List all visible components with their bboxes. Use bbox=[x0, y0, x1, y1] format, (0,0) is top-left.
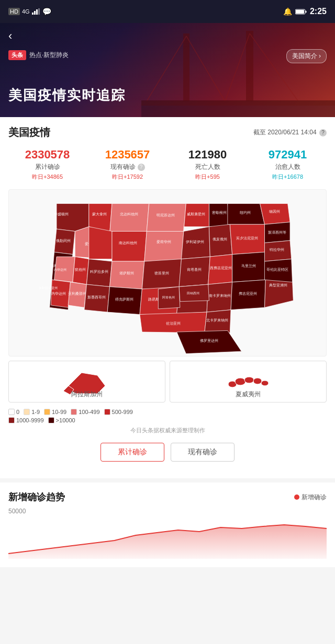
legend-dot-3 bbox=[71, 409, 77, 415]
svg-text:弗吉尼亚州: 弗吉尼亚州 bbox=[239, 292, 257, 296]
svg-marker-29 bbox=[260, 204, 290, 225]
svg-text:佐治亚州: 佐治亚州 bbox=[166, 321, 181, 325]
alaska-box: 阿拉斯加州 bbox=[8, 361, 165, 402]
death-delta: 昨日+595 bbox=[169, 173, 247, 181]
toutiao-tag: 头条 bbox=[8, 50, 26, 60]
svg-rect-5 bbox=[305, 10, 306, 13]
legend-item-3: 100-499 bbox=[71, 409, 99, 415]
svg-text:威斯康星州: 威斯康星州 bbox=[187, 212, 205, 216]
svg-text:科罗拉多州: 科罗拉多州 bbox=[90, 270, 108, 273]
numbers-grid: 2330578 累计确诊 昨日+34865 1235657 现有确诊 ? 昨日+… bbox=[8, 148, 327, 181]
legend-item-2: 10-99 bbox=[44, 409, 66, 415]
svg-text:宾夕法尼亚州: 宾夕法尼亚州 bbox=[236, 236, 258, 240]
stats-header: 美国疫情 截至 2020/06/21 14:04 ? bbox=[8, 125, 327, 140]
legend-label-4: 500-999 bbox=[112, 409, 133, 415]
svg-text:新泽西州等: 新泽西州等 bbox=[268, 231, 286, 234]
current-confirmed-label: 现有确诊 ? bbox=[88, 163, 166, 171]
alaska-label: 阿拉斯加州 bbox=[9, 390, 165, 399]
svg-text:北卡罗来纳州: 北卡罗来纳州 bbox=[206, 318, 228, 322]
back-button[interactable]: ‹ bbox=[8, 29, 12, 43]
hawaii-label: 夏威夷州 bbox=[170, 390, 326, 399]
svg-text:田纳西州: 田纳西州 bbox=[187, 291, 199, 295]
svg-text:佛罗里达州: 佛罗里达州 bbox=[200, 339, 218, 343]
legend-dot-1 bbox=[24, 409, 30, 415]
hotspot-tag: 热点·新型肺炎 bbox=[29, 51, 69, 60]
svg-text:堪萨斯州: 堪萨斯州 bbox=[119, 271, 134, 275]
bridge-illustration bbox=[141, 23, 335, 117]
legend-label-0: 0 bbox=[16, 409, 19, 415]
current-confirmed-question-icon[interactable]: ? bbox=[138, 164, 145, 171]
legend-item-1: 1-9 bbox=[24, 409, 40, 415]
svg-text:特拉华州: 特拉华州 bbox=[270, 248, 284, 251]
svg-text:得克萨斯州: 得克萨斯州 bbox=[115, 297, 133, 301]
status-left: HD 4G 💬 bbox=[8, 7, 51, 16]
intro-button[interactable]: 美国简介 › bbox=[286, 49, 327, 63]
legend-item-0: 0 bbox=[8, 409, 19, 415]
us-map-svg: .state { stroke: #fff; stroke-width: 0.8… bbox=[9, 190, 326, 356]
svg-line-12 bbox=[250, 33, 298, 101]
svg-point-104 bbox=[235, 378, 245, 385]
svg-text:西弗吉尼亚州: 西弗吉尼亚州 bbox=[210, 266, 232, 270]
trend-y-label: 50000 bbox=[8, 508, 327, 515]
svg-text:密苏里州: 密苏里州 bbox=[154, 271, 169, 275]
toggle-row: 累计确诊 现有确诊 bbox=[8, 443, 327, 462]
svg-rect-13 bbox=[141, 100, 335, 106]
svg-text:伊利诺伊州: 伊利诺伊州 bbox=[186, 240, 204, 244]
legend-dot-2 bbox=[44, 409, 50, 415]
svg-rect-6 bbox=[296, 10, 304, 14]
svg-line-9 bbox=[147, 36, 186, 101]
main-content: 美国疫情 截至 2020/06/21 14:04 ? 2330578 累计确诊 … bbox=[0, 117, 335, 478]
date-question-icon[interactable]: ? bbox=[319, 129, 327, 136]
time-display: 2:25 bbox=[310, 7, 327, 16]
trend-section: 新增确诊趋势 新增确诊 50000 bbox=[0, 482, 335, 567]
svg-text:亚利桑那州: 亚利桑那州 bbox=[68, 292, 86, 296]
legend-row-2: 1000-9999 >10000 bbox=[8, 417, 327, 423]
status-bar: HD 4G 💬 🔔 2:25 bbox=[0, 0, 335, 23]
svg-text:纽约州: 纽约州 bbox=[240, 211, 251, 214]
trend-header: 新增确诊趋势 新增确诊 bbox=[8, 491, 327, 503]
svg-text:内华达州: 内华达州 bbox=[51, 292, 66, 296]
signal-bars-icon bbox=[32, 8, 40, 15]
legend-dot-5 bbox=[8, 417, 15, 423]
svg-rect-0 bbox=[32, 13, 34, 15]
svg-text:北达科他州: 北达科他州 bbox=[120, 212, 138, 216]
svg-text:马里兰州: 马里兰州 bbox=[241, 264, 256, 268]
svg-text:内华达州: 内华达州 bbox=[54, 268, 66, 271]
svg-marker-39 bbox=[144, 232, 184, 261]
svg-marker-15 bbox=[57, 204, 89, 232]
svg-point-106 bbox=[253, 378, 262, 384]
svg-line-11 bbox=[225, 33, 250, 101]
svg-text:华盛顿州: 华盛顿州 bbox=[54, 212, 69, 216]
death-label: 死亡人数 bbox=[169, 163, 247, 171]
us-map-container[interactable]: .state { stroke: #fff; stroke-width: 0.8… bbox=[8, 189, 327, 356]
map-legend: 0 1-9 10-99 100-499 500-999 bbox=[8, 409, 327, 434]
svg-text:南卡罗来纳州: 南卡罗来纳州 bbox=[209, 294, 231, 297]
battery-icon bbox=[295, 9, 307, 15]
recovered-label: 治愈人数 bbox=[249, 163, 327, 171]
hd-label: HD bbox=[8, 8, 20, 15]
svg-text:缅因州: 缅因州 bbox=[269, 210, 280, 214]
cumulative-toggle-button[interactable]: 累计确诊 bbox=[100, 443, 164, 462]
svg-rect-3 bbox=[38, 8, 40, 15]
svg-marker-56 bbox=[110, 261, 144, 289]
legend-row-1: 0 1-9 10-99 100-499 500-999 bbox=[8, 409, 327, 415]
legend-dot-6 bbox=[48, 417, 54, 423]
svg-text:犹他州: 犹他州 bbox=[75, 268, 86, 272]
svg-line-10 bbox=[186, 36, 225, 101]
legend-item-4: 500-999 bbox=[104, 409, 133, 415]
svg-text:蒙大拿州: 蒙大拿州 bbox=[92, 212, 107, 216]
legend-source: 今日头条据权威来源整理制作 bbox=[8, 427, 327, 434]
current-toggle-button[interactable]: 现有确诊 bbox=[171, 443, 234, 462]
legend-label-6: >10000 bbox=[56, 417, 75, 423]
svg-text:肯塔基州: 肯塔基州 bbox=[187, 268, 202, 272]
svg-marker-25 bbox=[209, 204, 230, 227]
svg-text:新墨西哥州: 新墨西哥州 bbox=[87, 295, 106, 299]
legend-item-5: 1000-9999 bbox=[8, 417, 44, 423]
svg-text:密歇根州: 密歇根州 bbox=[212, 211, 227, 214]
legend-label-2: 10-99 bbox=[52, 409, 66, 415]
trend-title: 新增确诊趋势 bbox=[8, 491, 65, 503]
current-confirmed-value: 1235657 bbox=[88, 148, 166, 162]
legend-dot-0 bbox=[8, 409, 15, 415]
header-banner: ‹ 头条 热点·新型肺炎 美国简介 › 美国疫情实时追踪 bbox=[0, 23, 335, 117]
svg-text:哥伦比亚特区: 哥伦比亚特区 bbox=[266, 268, 288, 271]
